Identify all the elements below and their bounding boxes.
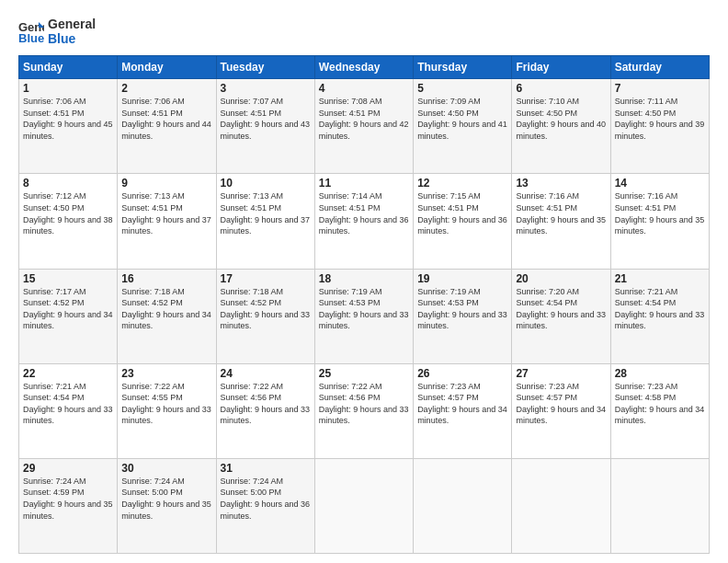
header-day-tuesday: Tuesday [216,56,314,79]
day-info: Sunrise: 7:09 AMSunset: 4:50 PMDaylight:… [417,96,507,142]
day-number: 28 [615,367,705,380]
calendar-cell: 2 Sunrise: 7:06 AMSunset: 4:51 PMDayligh… [118,79,216,174]
calendar-cell: 29 Sunrise: 7:24 AMSunset: 4:59 PMDaylig… [19,458,118,553]
day-info: Sunrise: 7:13 AMSunset: 4:51 PMDaylight:… [221,190,311,236]
header-day-monday: Monday [118,56,216,79]
day-number: 6 [516,82,606,95]
calendar-cell: 12 Sunrise: 7:15 AMSunset: 4:51 PMDaylig… [414,174,512,269]
day-number: 20 [516,272,606,285]
week-row-3: 15 Sunrise: 7:17 AMSunset: 4:52 PMDaylig… [19,269,710,363]
day-number: 16 [121,272,211,285]
day-info: Sunrise: 7:20 AMSunset: 4:54 PMDaylight:… [516,286,606,332]
calendar-cell: 13 Sunrise: 7:16 AMSunset: 4:51 PMDaylig… [512,174,610,269]
header-day-wednesday: Wednesday [314,56,413,79]
calendar-cell: 30 Sunrise: 7:24 AMSunset: 5:00 PMDaylig… [118,458,216,553]
day-number: 7 [615,82,705,95]
calendar-cell: 1 Sunrise: 7:06 AMSunset: 4:51 PMDayligh… [19,79,118,174]
day-number: 22 [23,367,113,380]
calendar-cell: 6 Sunrise: 7:10 AMSunset: 4:50 PMDayligh… [512,79,610,174]
day-info: Sunrise: 7:22 AMSunset: 4:56 PMDaylight:… [319,381,409,427]
day-info: Sunrise: 7:19 AMSunset: 4:53 PMDaylight:… [417,286,507,332]
day-info: Sunrise: 7:13 AMSunset: 4:51 PMDaylight:… [121,190,211,236]
week-row-5: 29 Sunrise: 7:24 AMSunset: 4:59 PMDaylig… [19,458,710,553]
day-number: 19 [417,272,507,285]
day-info: Sunrise: 7:18 AMSunset: 4:52 PMDaylight:… [221,286,311,332]
calendar-cell: 27 Sunrise: 7:23 AMSunset: 4:57 PMDaylig… [512,363,610,458]
calendar-cell: 14 Sunrise: 7:16 AMSunset: 4:51 PMDaylig… [610,174,709,269]
logo-icon: General Blue [18,18,44,44]
calendar-cell: 22 Sunrise: 7:21 AMSunset: 4:54 PMDaylig… [19,363,118,458]
day-number: 27 [516,367,606,380]
calendar-cell [610,458,709,553]
calendar-cell: 24 Sunrise: 7:22 AMSunset: 4:56 PMDaylig… [216,363,314,458]
day-number: 15 [23,272,113,285]
day-number: 9 [121,177,211,190]
calendar-cell: 25 Sunrise: 7:22 AMSunset: 4:56 PMDaylig… [314,363,413,458]
day-info: Sunrise: 7:12 AMSunset: 4:50 PMDaylight:… [23,190,113,236]
day-info: Sunrise: 7:14 AMSunset: 4:51 PMDaylight:… [319,190,409,236]
day-number: 1 [23,82,113,95]
day-number: 10 [221,177,311,190]
calendar-header: SundayMondayTuesdayWednesdayThursdayFrid… [19,56,710,79]
header-row: SundayMondayTuesdayWednesdayThursdayFrid… [19,56,710,79]
calendar-cell: 11 Sunrise: 7:14 AMSunset: 4:51 PMDaylig… [314,174,413,269]
calendar-cell: 21 Sunrise: 7:21 AMSunset: 4:54 PMDaylig… [610,269,709,363]
day-info: Sunrise: 7:06 AMSunset: 4:51 PMDaylight:… [23,96,113,142]
page: General Blue General Blue SundayMondayTu… [0,0,728,563]
calendar-cell: 20 Sunrise: 7:20 AMSunset: 4:54 PMDaylig… [512,269,610,363]
day-info: Sunrise: 7:23 AMSunset: 4:58 PMDaylight:… [615,381,705,427]
day-number: 3 [221,82,311,95]
day-info: Sunrise: 7:24 AMSunset: 4:59 PMDaylight:… [23,476,113,522]
day-number: 13 [516,177,606,190]
calendar-cell: 17 Sunrise: 7:18 AMSunset: 4:52 PMDaylig… [216,269,314,363]
calendar-cell [414,458,512,553]
day-info: Sunrise: 7:17 AMSunset: 4:52 PMDaylight:… [23,286,113,332]
day-number: 24 [221,367,311,380]
day-info: Sunrise: 7:22 AMSunset: 4:55 PMDaylight:… [121,381,211,427]
header-day-sunday: Sunday [19,56,118,79]
day-info: Sunrise: 7:18 AMSunset: 4:52 PMDaylight:… [121,286,211,332]
day-number: 11 [319,177,409,190]
day-number: 23 [121,367,211,380]
day-info: Sunrise: 7:23 AMSunset: 4:57 PMDaylight:… [417,381,507,427]
day-number: 25 [319,367,409,380]
calendar-cell: 4 Sunrise: 7:08 AMSunset: 4:51 PMDayligh… [314,79,413,174]
day-number: 12 [417,177,507,190]
calendar-cell: 15 Sunrise: 7:17 AMSunset: 4:52 PMDaylig… [19,269,118,363]
day-info: Sunrise: 7:15 AMSunset: 4:51 PMDaylight:… [417,190,507,236]
day-number: 4 [319,82,409,95]
day-number: 31 [221,462,311,475]
calendar-cell: 18 Sunrise: 7:19 AMSunset: 4:53 PMDaylig… [314,269,413,363]
day-info: Sunrise: 7:21 AMSunset: 4:54 PMDaylight:… [23,381,113,427]
calendar-cell: 3 Sunrise: 7:07 AMSunset: 4:51 PMDayligh… [216,79,314,174]
day-info: Sunrise: 7:19 AMSunset: 4:53 PMDaylight:… [319,286,409,332]
header-day-saturday: Saturday [610,56,709,79]
calendar-cell: 28 Sunrise: 7:23 AMSunset: 4:58 PMDaylig… [610,363,709,458]
week-row-2: 8 Sunrise: 7:12 AMSunset: 4:50 PMDayligh… [19,174,710,269]
logo: General Blue General Blue [18,17,96,46]
day-number: 17 [221,272,311,285]
day-info: Sunrise: 7:22 AMSunset: 4:56 PMDaylight:… [221,381,311,427]
header-day-friday: Friday [512,56,610,79]
calendar-cell: 26 Sunrise: 7:23 AMSunset: 4:57 PMDaylig… [414,363,512,458]
day-number: 21 [615,272,705,285]
day-info: Sunrise: 7:11 AMSunset: 4:50 PMDaylight:… [615,96,705,142]
day-number: 14 [615,177,705,190]
logo-line2: Blue [48,31,96,46]
svg-text:Blue: Blue [18,31,44,44]
day-number: 18 [319,272,409,285]
calendar-cell: 31 Sunrise: 7:24 AMSunset: 5:00 PMDaylig… [216,458,314,553]
day-info: Sunrise: 7:21 AMSunset: 4:54 PMDaylight:… [615,286,705,332]
day-number: 29 [23,462,113,475]
calendar-cell: 7 Sunrise: 7:11 AMSunset: 4:50 PMDayligh… [610,79,709,174]
day-info: Sunrise: 7:16 AMSunset: 4:51 PMDaylight:… [516,190,606,236]
day-info: Sunrise: 7:16 AMSunset: 4:51 PMDaylight:… [615,190,705,236]
day-number: 30 [121,462,211,475]
day-number: 2 [121,82,211,95]
calendar-cell: 5 Sunrise: 7:09 AMSunset: 4:50 PMDayligh… [414,79,512,174]
calendar-cell: 10 Sunrise: 7:13 AMSunset: 4:51 PMDaylig… [216,174,314,269]
calendar-cell: 19 Sunrise: 7:19 AMSunset: 4:53 PMDaylig… [414,269,512,363]
day-info: Sunrise: 7:07 AMSunset: 4:51 PMDaylight:… [221,96,311,142]
day-info: Sunrise: 7:06 AMSunset: 4:51 PMDaylight:… [121,96,211,142]
calendar-cell: 16 Sunrise: 7:18 AMSunset: 4:52 PMDaylig… [118,269,216,363]
